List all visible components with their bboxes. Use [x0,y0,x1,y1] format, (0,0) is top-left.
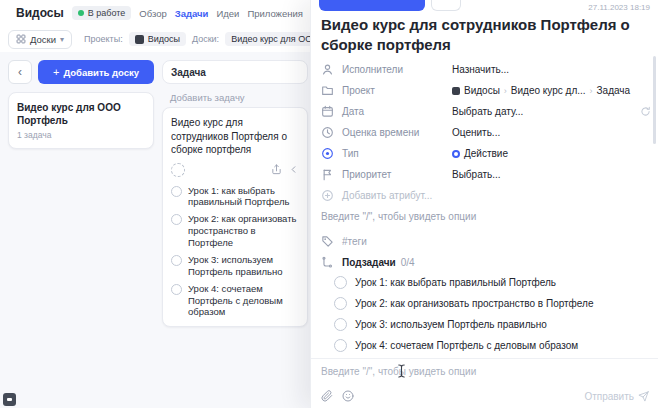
field-priority: Приоритет Выбрать... [321,164,651,185]
projects-filter-label: Проекты: [84,34,123,44]
send-button[interactable]: Отправить [584,391,649,402]
field-assignees: Исполнители Назначить... [321,59,651,80]
field-label: Исполнители [342,64,452,75]
board-grid-icon [16,34,26,44]
priority-value[interactable]: Выбрать... [452,169,501,180]
breadcrumb-board[interactable]: Видео курс дл... [511,85,586,96]
attachment-icon[interactable] [321,390,333,402]
field-label: Оценка времени [342,127,452,138]
assignees-value[interactable]: Назначить... [452,64,509,75]
status-dot-icon [78,10,84,16]
checklist-label: Урок 1: как выбрать правильный Портфель [188,185,299,209]
collapse-boards-button[interactable]: ‹ [8,60,32,84]
scrollbar[interactable] [653,56,656,144]
subtasks-count: 0/4 [401,257,415,268]
chevron-right-icon: › [590,86,593,96]
subtask-circle[interactable] [334,318,347,331]
tag-icon [321,235,334,248]
description-input[interactable]: Введите "/", чтобы увидеть опции [321,211,476,222]
project-chip[interactable]: Видосы [129,32,186,46]
more-button[interactable] [431,0,461,11]
chevron-right-icon: › [504,86,507,96]
recurrence-icon[interactable] [640,106,651,117]
emoji-icon[interactable] [342,390,354,402]
checklist-circle[interactable] [171,284,182,295]
checklist-label: Урок 3: используем Портфель правильно [188,254,299,278]
subtask-circle[interactable] [334,297,347,310]
board-card-title: Видео курс для ООО Портфель [17,101,145,127]
checklist-item: Урок 2: как организовать пространство в … [171,213,299,249]
task-card-title: Видео курс для сотрудников Портфеля о сб… [171,116,299,157]
type-value-label: Действие [464,148,508,159]
chevron-down-icon: ▾ [60,35,64,44]
tags-input[interactable]: #теги [321,235,367,248]
field-label: Проект [342,85,452,96]
nav-tasks[interactable]: Задачи [175,8,209,19]
task-title[interactable]: Видео курс для сотрудников Портфеля о сб… [321,15,649,54]
project-avatar [135,35,144,44]
type-value[interactable]: Действие [452,148,508,159]
breadcrumb-column[interactable]: Задача [597,85,631,96]
checklist-circle[interactable] [171,186,182,197]
app-root: Видосы В работе Обзор Задачи Идеи Прилож… [0,0,658,408]
boards-column: ‹ + Добавить доску Видео курс для ООО По… [8,60,154,149]
subtask-row[interactable]: Урок 2: как организовать пространство в … [321,293,651,314]
plus-icon: + [53,66,59,78]
project-chip-label: Видосы [148,34,180,44]
subtask-row[interactable]: Урок 3: используем Портфель правильно [321,314,651,335]
topbar: Видосы В работе Обзор Задачи Идеи Прилож… [0,0,312,26]
add-attribute-label: Добавить атрибут... [342,190,452,201]
complete-button[interactable] [319,0,425,11]
clock-icon [321,126,334,139]
board-area: ‹ + Добавить доску Видео курс для ООО По… [0,52,312,408]
status-badge[interactable]: В работе [72,6,132,20]
board-card[interactable]: Видео курс для ООО Портфель 1 задача [8,92,154,149]
add-attribute-button[interactable]: Добавить атрибут... [321,185,651,206]
subtask-label: Урок 4: сочетаем Портфель с деловым обра… [355,340,578,351]
field-project: Проект Видосы › Видео курс дл... › Задач… [321,80,651,101]
workspace-title[interactable]: Видосы [16,6,64,20]
checklist-item: Урок 3: используем Портфель правильно [171,254,299,278]
assignee-placeholder-icon[interactable] [171,163,185,177]
subtask-label: Урок 2: как организовать пространство в … [355,298,593,309]
field-label: Дата [342,106,452,117]
column-title: Задача [171,67,206,78]
subtask-row[interactable]: Урок 4: сочетаем Портфель с деловым обра… [321,335,651,356]
column-header[interactable]: Задача [162,60,308,84]
nav-ideas[interactable]: Идеи [216,8,239,19]
subtasks-header[interactable]: Подзадачи 0/4 [321,256,415,269]
filters-toolbar: Доски ▾ Проекты: Видосы Доски: Видео кур… [0,26,312,52]
nav-apps[interactable]: Приложения [247,8,303,19]
task-detail-panel: 27.11.2023 18:19 Видео курс для сотрудни… [310,0,658,408]
subtask-circle[interactable] [334,339,347,352]
chevron-left-icon[interactable] [288,164,299,175]
subtask-row[interactable]: Урок 1: как выбрать правильный Портфель [321,272,651,293]
add-board-button[interactable]: + Добавить доску [38,60,154,84]
checklist-item: Урок 4: сочетаем Портфель с деловым обра… [171,283,299,319]
person-icon [321,63,334,76]
chevron-left-icon: ‹ [18,65,22,79]
send-icon [638,391,649,402]
send-label: Отправить [584,391,634,402]
subtasks-icon [321,256,334,269]
checklist-circle[interactable] [171,214,182,225]
chat-widget-icon[interactable] [3,393,16,406]
field-label: Приоритет [342,169,452,180]
subtasks-list: Урок 1: как выбрать правильный Портфель … [321,272,651,356]
task-card[interactable]: Видео курс для сотрудников Портфеля о сб… [162,107,308,327]
add-task-input[interactable]: Добавить задачу [162,84,308,105]
date-value[interactable]: Выбрать дату... [452,106,523,117]
view-switcher-button[interactable]: Доски ▾ [8,30,72,49]
project-avatar [452,87,460,95]
subtasks-title: Подзадачи [342,257,396,268]
breadcrumb-project[interactable]: Видосы [464,85,500,96]
share-icon[interactable] [271,164,282,175]
nav-overview[interactable]: Обзор [139,8,166,19]
board-card-meta: 1 задача [17,130,145,140]
type-action-icon [452,150,460,158]
checklist-circle[interactable] [171,255,182,266]
subtask-circle[interactable] [334,276,347,289]
field-label: Тип [342,148,452,159]
estimate-value[interactable]: Оценить... [452,127,500,138]
field-date: Дата Выбрать дату... [321,101,651,122]
